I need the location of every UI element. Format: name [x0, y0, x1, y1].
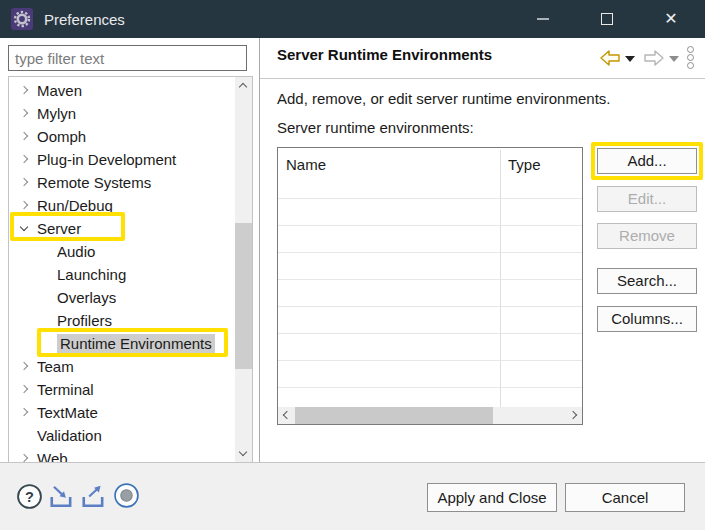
tree-item-label: Audio: [57, 243, 95, 260]
tree-item-plug-in-development[interactable]: Plug-in Development: [9, 148, 235, 171]
header-separator: [260, 78, 705, 79]
tree-item-server[interactable]: Server: [9, 217, 235, 240]
chevron-collapsed-icon[interactable]: [20, 86, 28, 94]
chevron-collapsed-icon[interactable]: [20, 109, 28, 117]
tree-item-web[interactable]: Web: [9, 447, 235, 462]
tree-item-label: Oomph: [37, 128, 86, 145]
svg-text:?: ?: [25, 489, 34, 505]
scroll-up-icon[interactable]: [239, 83, 247, 91]
remove-button[interactable]: Remove: [597, 223, 697, 249]
eclipse-logo-icon: [11, 8, 33, 30]
tree-item-terminal[interactable]: Terminal: [9, 378, 235, 401]
tree-item-label: Web: [37, 450, 68, 462]
tree-item-label: Terminal: [37, 381, 94, 398]
preference-tree: MavenMylynOomphPlug-in DevelopmentRemote…: [8, 76, 253, 462]
panel-divider: [259, 38, 260, 462]
tree-item-label: Remote Systems: [37, 174, 151, 191]
runtime-environments-table: Name Type: [277, 147, 583, 425]
minimize-icon: [537, 18, 549, 20]
tree-item-oomph[interactable]: Oomph: [9, 125, 235, 148]
tree-item-label: Runtime Environments: [57, 334, 215, 353]
tree-item-label: TextMate: [37, 404, 98, 421]
page-description: Add, remove, or edit server runtime envi…: [277, 90, 610, 107]
tree-item-team[interactable]: Team: [9, 355, 235, 378]
cancel-button[interactable]: Cancel: [565, 483, 685, 512]
record-icon[interactable]: [113, 482, 140, 509]
tree-item-label: Maven: [37, 82, 82, 99]
page-title: Server Runtime Environments: [277, 46, 492, 63]
tree-item-audio[interactable]: Audio: [9, 240, 235, 263]
dot: [687, 62, 694, 69]
minimize-button[interactable]: [511, 0, 575, 38]
tree-scrollbar[interactable]: [235, 77, 252, 462]
chevron-collapsed-icon[interactable]: [20, 155, 28, 163]
apply-and-close-button[interactable]: Apply and Close: [427, 483, 557, 512]
tree-item-validation[interactable]: Validation: [9, 424, 235, 447]
tree-item-run-debug[interactable]: Run/Debug: [9, 194, 235, 217]
chevron-collapsed-icon[interactable]: [20, 362, 28, 370]
tree-item-maven[interactable]: Maven: [9, 79, 235, 102]
table-horizontal-scrollbar[interactable]: [278, 407, 582, 424]
search-button[interactable]: Search...: [597, 268, 697, 294]
tree-item-label: Plug-in Development: [37, 151, 176, 168]
chevron-collapsed-icon[interactable]: [20, 408, 28, 416]
preferences-dialog: Preferences ✕ MavenMylynOomphPlug-in Dev…: [0, 0, 705, 530]
tree-item-remote-systems[interactable]: Remote Systems: [9, 171, 235, 194]
add-button[interactable]: Add...: [597, 148, 697, 174]
scroll-right-icon[interactable]: [569, 411, 577, 419]
scroll-down-icon[interactable]: [239, 448, 247, 456]
tree-item-label: Server: [37, 220, 81, 237]
chevron-collapsed-icon[interactable]: [20, 178, 28, 186]
tree-item-label: Launching: [57, 266, 126, 283]
export-icon[interactable]: [80, 483, 107, 509]
column-header-name[interactable]: Name: [286, 156, 326, 173]
maximize-icon: [601, 13, 613, 25]
dot: [687, 54, 694, 61]
chevron-collapsed-icon[interactable]: [20, 454, 28, 462]
scroll-left-icon[interactable]: [283, 411, 291, 419]
tree-item-overlays[interactable]: Overlays: [9, 286, 235, 309]
tree-item-label: Validation: [37, 427, 102, 444]
tree-item-label: Profilers: [57, 312, 112, 329]
close-icon: ✕: [664, 11, 677, 27]
tree-item-label: Mylyn: [37, 105, 76, 122]
back-history-dropdown-icon[interactable]: [625, 56, 635, 62]
window-controls: ✕: [511, 0, 703, 38]
chevron-collapsed-icon[interactable]: [20, 201, 28, 209]
import-icon[interactable]: [48, 483, 75, 509]
tree-rows: MavenMylynOomphPlug-in DevelopmentRemote…: [9, 79, 235, 462]
back-arrow-icon[interactable]: [600, 50, 620, 66]
tree-item-profilers[interactable]: Profilers: [9, 309, 235, 332]
table-label: Server runtime environments:: [277, 119, 474, 136]
dot: [687, 46, 694, 53]
chevron-expanded-icon[interactable]: [20, 223, 28, 231]
window-title: Preferences: [44, 11, 125, 28]
footer-bar: ? Apply and Close Cancel: [0, 462, 705, 530]
tree-item-runtime-environments[interactable]: Runtime Environments: [9, 332, 235, 355]
h-scrollbar-thumb[interactable]: [295, 407, 493, 424]
tree-item-textmate[interactable]: TextMate: [9, 401, 235, 424]
filter-input[interactable]: [8, 45, 247, 71]
tree-item-label: Overlays: [57, 289, 116, 306]
maximize-button[interactable]: [575, 0, 639, 38]
columns-button[interactable]: Columns...: [597, 306, 697, 332]
forward-history-dropdown-icon[interactable]: [669, 56, 679, 62]
edit-button[interactable]: Edit...: [597, 186, 697, 212]
column-header-type[interactable]: Type: [508, 156, 541, 173]
tree-scrollbar-thumb[interactable]: [235, 223, 252, 369]
close-button[interactable]: ✕: [639, 0, 703, 38]
chevron-collapsed-icon[interactable]: [20, 132, 28, 140]
tree-item-mylyn[interactable]: Mylyn: [9, 102, 235, 125]
help-icon[interactable]: ?: [16, 483, 43, 510]
tree-item-label: Run/Debug: [37, 197, 113, 214]
forward-arrow-icon[interactable]: [644, 50, 664, 66]
title-bar[interactable]: Preferences ✕: [0, 0, 705, 38]
chevron-collapsed-icon[interactable]: [20, 385, 28, 393]
tree-item-label: Team: [37, 358, 74, 375]
tree-item-launching[interactable]: Launching: [9, 263, 235, 286]
view-menu-icon[interactable]: [687, 46, 694, 70]
table-grid-lines: [278, 172, 582, 409]
